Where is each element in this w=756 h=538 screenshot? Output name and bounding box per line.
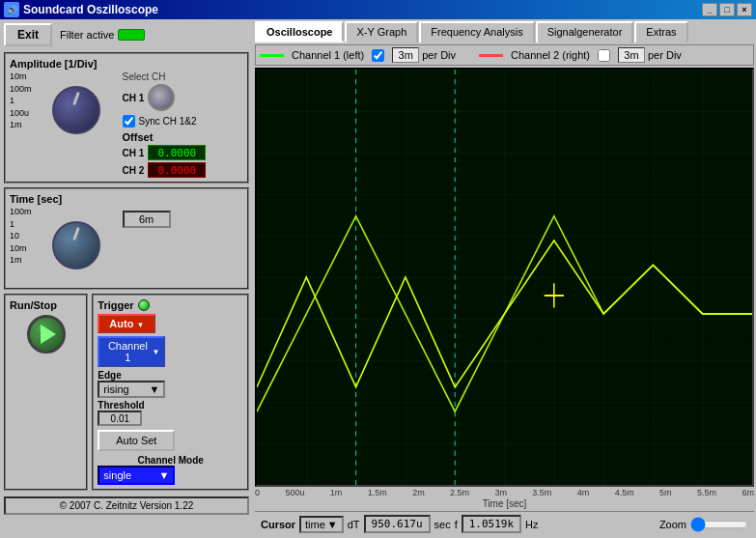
time-title: Time [sec] (10, 193, 243, 205)
trigger-mode-row: Auto ▼ (98, 314, 243, 333)
tab-xy-graph[interactable]: X-Y Graph (345, 21, 418, 42)
cursor-label: Cursor (261, 519, 295, 530)
offset-label: Offset (123, 131, 243, 143)
ch2-per-div: 3m per Div (618, 47, 682, 63)
title-bar: 🔊 Soundcard Oszilloscope _ □ × (0, 0, 756, 19)
edge-value: rising (103, 383, 128, 395)
cursor-dropdown[interactable]: time ▼ (299, 516, 344, 533)
tab-frequency-analysis[interactable]: Frequency Analysis (419, 21, 534, 42)
title-bar-left: 🔊 Soundcard Oszilloscope (4, 2, 158, 17)
x-axis-labels: 0 500u 1m 1.5m 2m 2.5m 3m 3.5m 4m 4.5m 5… (255, 487, 754, 498)
x-label-1m: 1m (330, 488, 343, 497)
tab-signal-generator-label: Signalgenerator (547, 26, 623, 38)
tab-signal-generator[interactable]: Signalgenerator (536, 21, 634, 42)
run-stop-title: Run/Stop (10, 299, 82, 311)
threshold-row: Threshold (98, 400, 243, 411)
amp-scale-1m: 1m (10, 120, 32, 129)
x-label-3m: 3m (494, 488, 507, 497)
x-label-4-5m: 4.5m (615, 488, 634, 497)
threshold-input[interactable] (98, 411, 142, 426)
select-ch-label: Select CH (123, 71, 243, 82)
tab-xy-graph-label: X-Y Graph (356, 26, 406, 38)
time-scale-10m: 10m (10, 243, 32, 253)
amp-scale-10m: 10m (10, 71, 32, 81)
trigger-mode-button[interactable]: Auto ▼ (98, 314, 155, 333)
x-label-4m: 4m (577, 488, 590, 497)
amplitude-section: Amplitude [1/Div] 10m 100m 1 100u 1m Sel… (4, 52, 249, 184)
tab-oscilloscope[interactable]: Oscilloscope (255, 21, 344, 42)
ch2-bar-checkbox[interactable] (598, 49, 610, 62)
maximize-button[interactable]: □ (719, 3, 735, 16)
copyright: © 2007 C. Zeitnitz Version 1.22 (4, 496, 249, 515)
x-label-6m: 6m (742, 488, 754, 497)
amplitude-right: Select CH CH 1 Sync CH 1&2 Offset CH 1 (123, 71, 243, 178)
time-scale-10: 10 (10, 231, 32, 241)
ch1-offset-input[interactable] (148, 145, 206, 160)
amplitude-title: Amplitude [1/Div] (10, 58, 243, 70)
tab-oscilloscope-label: Oscilloscope (266, 26, 332, 38)
oscilloscope-display[interactable] (255, 68, 754, 487)
trigger-mode-label: Auto (109, 318, 133, 329)
trigger-channel-button[interactable]: Channel 1 ▼ (98, 336, 165, 367)
zoom-slider[interactable] (690, 517, 748, 532)
run-stop-button[interactable] (27, 315, 66, 354)
tab-extras[interactable]: Extras (634, 21, 687, 42)
ch2-per-div-value: 3m (618, 47, 645, 63)
time-scale-1m: 1m (10, 255, 32, 265)
app-icon: 🔊 (4, 2, 19, 17)
dt-section: dT 950.617u sec (348, 515, 451, 533)
trigger-section: Trigger Auto ▼ Channel 1 ▼ Edge (92, 294, 249, 491)
edge-label: Edge (98, 370, 243, 381)
x-label-2-5m: 2.5m (450, 488, 469, 497)
amp-scale-1: 1 (10, 96, 32, 105)
trigger-channel-label: Channel 1 (103, 340, 152, 363)
sync-row: Sync CH 1&2 (123, 115, 243, 127)
ch2-offset-input[interactable] (148, 162, 206, 178)
x-label-0: 0 (255, 488, 260, 497)
ch1-line-indicator (260, 54, 284, 57)
tab-extras-label: Extras (646, 26, 676, 38)
ch1-offset-row: CH 1 (123, 145, 243, 160)
edge-dropdown[interactable]: rising ▼ (98, 381, 165, 398)
amplitude-knob-container (38, 71, 115, 149)
bottom-left: Run/Stop Trigger Auto ▼ (4, 294, 249, 491)
ch1-indicator: CH 1 (123, 84, 243, 111)
dt-unit: sec (434, 519, 451, 530)
amplitude-scale: 10m 100m 1 100u 1m (10, 71, 32, 129)
f-label: f (455, 519, 458, 530)
time-value-input[interactable]: 6m (123, 211, 171, 228)
channel-bar: Channel 1 (left) 3m per Div Channel 2 (r… (255, 44, 754, 66)
left-panel: Exit Filter active Amplitude [1/Div] 10m… (0, 19, 253, 538)
time-knob[interactable] (52, 221, 100, 269)
x-label-5-5m: 5.5m (697, 488, 716, 497)
cursor-dropdown-arrow: ▼ (327, 519, 338, 530)
trigger-led (138, 299, 150, 311)
x-label-500u: 500u (285, 488, 304, 497)
amplitude-knob[interactable] (52, 86, 100, 134)
ch1-knob[interactable] (148, 84, 175, 111)
ch2-line-indicator (479, 54, 503, 57)
time-scale: 100m 1 10 10m 1m (10, 207, 32, 265)
minimize-button[interactable]: _ (702, 3, 717, 16)
close-button[interactable]: × (737, 3, 752, 16)
auto-set-button[interactable]: Auto Set (98, 430, 175, 451)
ch2-per-div-label: per Div (648, 49, 682, 61)
tabs-bar: Oscilloscope X-Y Graph Frequency Analysi… (255, 21, 754, 42)
tab-frequency-analysis-label: Frequency Analysis (431, 26, 522, 38)
window-controls[interactable]: _ □ × (702, 3, 752, 16)
ch2-bar-label: Channel 2 (right) (511, 49, 590, 61)
channel-mode-dropdown[interactable]: single ▼ (98, 466, 175, 485)
channel-mode-value: single (103, 469, 131, 481)
x-label-5m: 5m (659, 488, 672, 497)
edge-section: Edge rising ▼ (98, 370, 243, 398)
ch1-per-div: 3m per Div (392, 47, 456, 63)
right-panel: Oscilloscope X-Y Graph Frequency Analysi… (253, 19, 756, 538)
ch1-bar-checkbox[interactable] (372, 49, 384, 62)
channel-mode-section: Channel Mode single ▼ (98, 455, 243, 485)
trigger-mode-arrow: ▼ (136, 321, 144, 329)
sync-checkbox[interactable] (123, 115, 135, 127)
exit-button[interactable]: Exit (4, 23, 52, 46)
offset-section: Offset CH 1 CH 2 (123, 131, 243, 178)
filter-active-indicator: Filter active (60, 29, 145, 41)
time-scale-1: 1 (10, 219, 32, 229)
